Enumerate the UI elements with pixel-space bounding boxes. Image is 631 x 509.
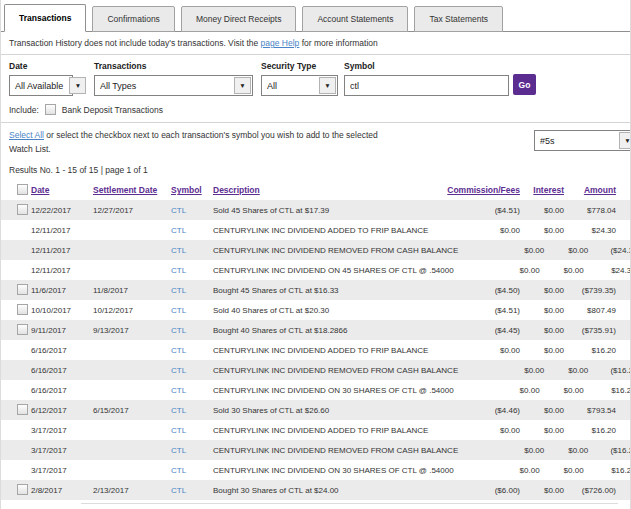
cell-description: Bought 45 Shares of CTL at $16.33: [213, 286, 434, 295]
row-checkbox-cell: [1, 484, 31, 497]
cell-description: Sold 30 Shares of CTL at $26.60: [213, 406, 434, 415]
cell-amount: $16.20: [564, 426, 630, 435]
cell-date: 12/22/2017: [31, 206, 93, 215]
chevron-down-icon[interactable]: ▼: [619, 132, 631, 149]
tab-label: Tax Statements: [429, 14, 488, 24]
tab-money-direct-receipts[interactable]: Money Direct Receipts: [181, 6, 297, 32]
select-all-checkbox[interactable]: [17, 184, 28, 195]
sort-interest-header[interactable]: Interest: [533, 185, 564, 195]
page-help-link[interactable]: page Help: [261, 38, 300, 48]
chevron-down-icon[interactable]: ▼: [69, 77, 86, 94]
cell-description: CENTURYLINK INC DIVIDEND REMOVED FROM CA…: [213, 366, 458, 375]
table-row: 12/11/2017 CTL CENTURYLINK INC DIVIDEND …: [1, 240, 630, 260]
cell-commission-fees: ($4.45): [434, 326, 520, 335]
tab-account-statements[interactable]: Account Statements: [302, 6, 408, 32]
bottom-divider: [81, 503, 618, 504]
select-all-link[interactable]: Select All: [9, 130, 44, 140]
cell-date: 12/11/2017: [31, 246, 93, 255]
cell-description: CENTURYLINK INC DIVIDEND REMOVED FROM CA…: [213, 446, 458, 455]
row-checkbox[interactable]: [17, 484, 28, 495]
notice-bar: Transaction History does not include tod…: [1, 32, 630, 55]
table-header-row: Date Settlement Date Symbol Description …: [1, 180, 630, 200]
sort-settlement-date-header[interactable]: Settlement Date: [93, 185, 157, 195]
chevron-down-icon[interactable]: ▼: [234, 77, 251, 94]
cell-date: 6/12/2017: [31, 406, 93, 415]
symbol-link[interactable]: CTL: [171, 366, 186, 375]
sort-description-header[interactable]: Description: [213, 185, 260, 195]
symbol-link[interactable]: CTL: [171, 346, 186, 355]
table-row: 2/8/2017 2/13/2017 CTL Bought 30 Shares …: [1, 480, 630, 500]
row-checkbox[interactable]: [17, 324, 28, 335]
cell-commission-fees: $0.00: [454, 386, 540, 395]
symbol-link[interactable]: CTL: [171, 486, 186, 495]
watchlist-selected-value: #5s: [535, 136, 618, 146]
table-row: 11/6/2017 11/8/2017 CTL Bought 45 Shares…: [1, 280, 630, 300]
symbol-link[interactable]: CTL: [171, 266, 186, 275]
sort-symbol-header[interactable]: Symbol: [171, 185, 202, 195]
filter-row: Date All Available ▼ Transactions All Ty…: [1, 55, 630, 96]
bank-deposit-checkbox[interactable]: [45, 104, 56, 115]
cell-interest: $0.00: [520, 346, 564, 355]
cell-commission-fees: ($4.51): [434, 206, 520, 215]
cell-amount: $16.20: [584, 466, 631, 475]
symbol-link[interactable]: CTL: [171, 466, 186, 475]
chevron-down-icon[interactable]: ▼: [319, 77, 336, 94]
symbol-input[interactable]: [344, 75, 509, 96]
watchlist-select[interactable]: #5s ▼: [534, 130, 631, 151]
symbol-link[interactable]: CTL: [171, 246, 186, 255]
cell-commission-fees: ($4.46): [434, 406, 520, 415]
sort-date-header[interactable]: Date: [31, 185, 49, 195]
row-checkbox-cell: [1, 344, 31, 357]
row-checkbox[interactable]: [17, 204, 28, 215]
cell-interest: $0.00: [520, 486, 564, 495]
row-checkbox-cell: [1, 204, 31, 217]
row-checkbox-cell: [1, 324, 31, 337]
cell-interest: $0.00: [544, 366, 588, 375]
tab-confirmations[interactable]: Confirmations: [92, 6, 174, 32]
row-checkbox-cell: [1, 384, 31, 397]
sort-commission-fees-header[interactable]: Commission/Fees: [447, 185, 520, 195]
tab-tax-statements[interactable]: Tax Statements: [414, 6, 503, 32]
symbol-link[interactable]: CTL: [171, 426, 186, 435]
row-checkbox[interactable]: [17, 284, 28, 295]
symbol-link[interactable]: CTL: [171, 386, 186, 395]
security-type-filter-group: Security Type All ▼: [261, 61, 344, 96]
tab-label: Confirmations: [107, 14, 159, 24]
transactions-filter-value: All Types: [95, 81, 233, 91]
tab-transactions[interactable]: Transactions: [4, 4, 86, 32]
notice-text-after: for more information: [299, 38, 377, 48]
table-row: 12/11/2017 CTL CENTURYLINK INC DIVIDEND …: [1, 260, 630, 280]
cell-description: Sold 45 Shares of CTL at $17.39: [213, 206, 434, 215]
symbol-link[interactable]: CTL: [171, 306, 186, 315]
cell-settlement-date: 6/15/2017: [93, 406, 171, 415]
symbol-link[interactable]: CTL: [171, 206, 186, 215]
symbol-link[interactable]: CTL: [171, 446, 186, 455]
date-filter-select[interactable]: All Available ▼: [9, 75, 73, 96]
cell-commission-fees: ($4.51): [434, 306, 520, 315]
symbol-link[interactable]: CTL: [171, 326, 186, 335]
spacer: [513, 61, 536, 74]
cell-description: Bought 40 Shares of CTL at $18.2866: [213, 326, 434, 335]
tab-label: Account Statements: [317, 14, 393, 24]
row-checkbox-cell: [1, 424, 31, 437]
row-checkbox[interactable]: [17, 304, 28, 315]
security-type-filter-select[interactable]: All ▼: [261, 75, 338, 96]
go-group: Go: [513, 61, 536, 95]
transactions-filter-select[interactable]: All Types ▼: [94, 75, 253, 96]
cell-interest: $0.00: [520, 286, 564, 295]
cell-commission-fees: $0.00: [454, 266, 540, 275]
tab-label: Transactions: [19, 13, 71, 23]
symbol-link[interactable]: CTL: [171, 226, 186, 235]
sort-amount-header[interactable]: Amount: [584, 185, 616, 195]
cell-commission-fees: $0.00: [458, 446, 544, 455]
cell-amount: $778.04: [564, 206, 630, 215]
symbol-link[interactable]: CTL: [171, 406, 186, 415]
row-checkbox-cell: [1, 464, 31, 477]
cell-amount: ($735.91): [564, 326, 630, 335]
row-checkbox[interactable]: [17, 404, 28, 415]
cell-commission-fees: ($6.00): [434, 486, 520, 495]
cell-date: 11/6/2017: [31, 286, 93, 295]
go-button[interactable]: Go: [513, 74, 536, 95]
symbol-link[interactable]: CTL: [171, 286, 186, 295]
cell-settlement-date: 9/13/2017: [93, 326, 171, 335]
